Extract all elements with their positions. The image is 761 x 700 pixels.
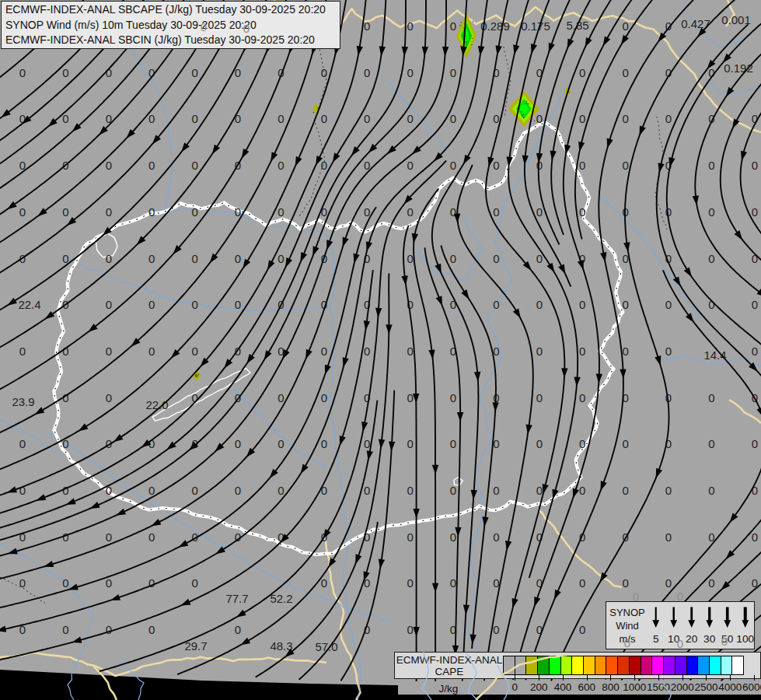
cin-zero-label: 0: [148, 345, 155, 358]
cin-zero-label: 0: [450, 484, 456, 497]
cin-zero-label: 0: [579, 112, 585, 125]
cape-color-step: [617, 656, 629, 675]
cin-zero-label: 0: [278, 205, 284, 219]
cin-zero-label: 0: [235, 623, 241, 636]
cin-value-label: 0.001: [721, 13, 751, 26]
cin-zero-label: 0: [622, 112, 628, 125]
wind-legend-source: SYNOP: [609, 606, 645, 619]
cin-zero-label: 0: [708, 437, 714, 450]
cin-value-label: 52.2: [270, 592, 292, 605]
cin-zero-label: 0: [148, 205, 155, 219]
cape-color-step: [651, 656, 663, 675]
cape-color-step: [675, 656, 686, 675]
wind-arrow-100: 100: [736, 607, 754, 645]
cape-tick-mark: [563, 675, 564, 681]
cin-zero-label: 0: [19, 345, 26, 358]
cin-zero-label: 0: [191, 345, 197, 358]
cape-color-step: [709, 656, 721, 675]
cin-zero-label: 0: [536, 437, 543, 450]
cin-zero-label: 0: [191, 484, 197, 497]
cin-zero-label: 0: [364, 345, 370, 358]
cape-color-step: [641, 656, 652, 675]
cin-zero-label: 0: [579, 159, 585, 172]
wind-legend-unit: m/s: [609, 632, 645, 646]
cin-zero-label: 0: [364, 112, 370, 125]
cin-zero-label: 0: [493, 252, 499, 265]
cape-colorbar-legend: ECMWF-INDEX-ANAL CAPE J/kg 0200400600800…: [394, 652, 761, 700]
cin-zero-label: 0: [148, 623, 155, 636]
cin-zero-label: 0: [708, 391, 714, 404]
wind-arrow-5: 5: [652, 607, 659, 645]
cin-zero-label: 0: [752, 345, 758, 358]
cin-zero-label: 0: [191, 112, 197, 125]
cin-zero-label: 0: [364, 66, 370, 79]
cin-zero-label: 0: [493, 437, 499, 450]
cin-zero-label: 0: [278, 437, 284, 450]
cin-zero-label: 0: [148, 252, 155, 265]
cin-zero-label: 0: [622, 345, 628, 358]
cin-zero-label: 0: [450, 437, 456, 450]
cin-zero-label: 0: [278, 391, 284, 404]
cin-zero-label: 0: [622, 484, 628, 497]
cape-color-step: [721, 656, 732, 675]
cin-zero-label: 0: [407, 205, 413, 219]
cin-zero-label: 0: [191, 576, 197, 590]
cin-zero-label: 0: [19, 66, 26, 79]
cin-zero-label: 0: [148, 298, 155, 311]
cin-zero-label: 0: [278, 112, 284, 125]
wind-speed-value: 100: [736, 633, 754, 645]
wind-legend-title: SYNOP Wind m/s: [606, 602, 645, 649]
cin-zero-label: 0: [708, 484, 714, 497]
cape-legend-param: CAPE: [396, 666, 503, 677]
wind-arrow-10: 10: [668, 607, 680, 645]
cin-zero-label: 0: [235, 298, 241, 311]
cin-zero-label: 0: [579, 623, 585, 636]
cin-zero-label: 0: [106, 623, 112, 636]
cin-zero-label: 0: [191, 252, 197, 265]
cin-value-label: 0.175: [521, 19, 550, 33]
cape-tick-mark: [706, 675, 707, 681]
cape-colorbar: [503, 656, 744, 675]
cin-zero-label: 0: [752, 298, 758, 311]
cin-zero-label: 0: [235, 205, 241, 219]
wind-speed-value: 5: [653, 633, 659, 645]
cin-zero-label: 0: [62, 205, 68, 219]
cin-zero-label: 0: [106, 576, 112, 590]
cin-zero-label: 0: [536, 112, 543, 125]
cin-value-label: 23.9: [12, 395, 34, 408]
cin-zero-label: 0: [106, 252, 112, 265]
cin-zero-label: 0: [364, 484, 370, 497]
cin-zero-label: 0: [407, 437, 413, 450]
cin-zero-label: 0: [364, 205, 370, 219]
title-box: ECMWF-INDEX-ANAL SBCAPE (J/kg) Tuesday 3…: [1, 1, 340, 49]
cin-zero-label: 0: [191, 205, 197, 219]
cin-zero-label: 0: [364, 19, 370, 33]
cin-zero-label: 0: [665, 112, 672, 125]
cin-zero-label: 0: [278, 484, 284, 497]
cape-color-step: [560, 656, 572, 675]
cin-zero-label: 0: [579, 298, 585, 311]
cape-color-step: [503, 656, 515, 675]
cin-zero-label: 0: [191, 159, 197, 172]
cin-zero-label: 0: [493, 205, 499, 219]
cin-zero-label: 0: [321, 437, 327, 450]
cin-zero-label: 0: [191, 66, 197, 79]
cin-zero-label: 0: [536, 345, 543, 358]
cin-zero-label: 0: [493, 112, 499, 125]
cin-zero-label: 0: [321, 576, 327, 590]
cape-tick-mark: [682, 675, 683, 681]
cin-value-label: 77.7: [225, 592, 248, 605]
cin-zero-label: 0: [364, 437, 370, 450]
cin-zero-label: 0: [493, 576, 499, 590]
cin-zero-label: 0: [106, 159, 112, 172]
cin-zero-label: 0: [622, 576, 628, 590]
wind-arrow-30: 30: [703, 607, 716, 645]
cin-zero-label: 0: [235, 484, 241, 497]
cin-zero-label: 0: [148, 576, 155, 590]
cin-zero-label: 0: [579, 484, 585, 497]
cin-zero-label: 0: [708, 252, 714, 265]
cin-zero-label: 0: [407, 345, 413, 358]
cape-tick-mark: [754, 675, 755, 681]
cin-zero-label: 0: [752, 205, 758, 219]
cin-zero-label: 0: [708, 159, 714, 172]
